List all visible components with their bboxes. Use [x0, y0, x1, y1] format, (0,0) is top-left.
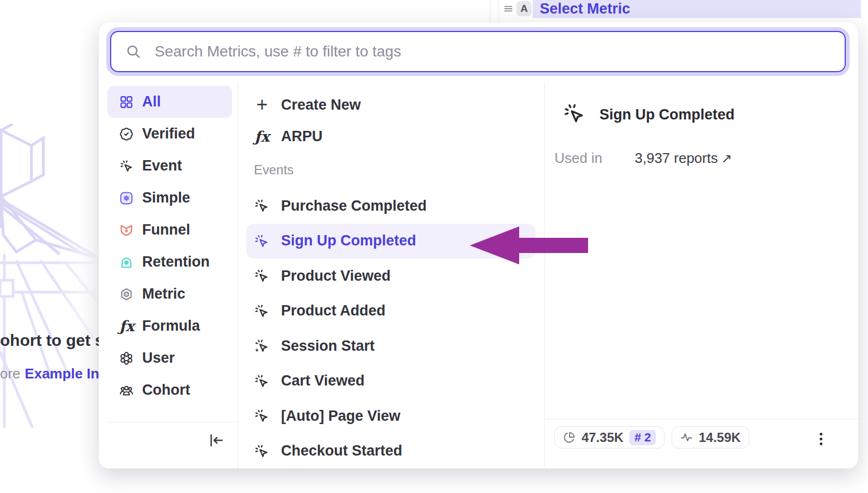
background-headline-fragment: ohort to get s [0, 331, 99, 354]
metric-stats-row: 47.35K # 2 14.59K [554, 426, 749, 448]
sidebar-item-label: Retention [142, 254, 210, 270]
used-in-label: Used in [554, 150, 602, 167]
sidebar-item-label: Verified [142, 125, 195, 142]
sidebar-item-label: Metric [142, 286, 186, 302]
total-count-stat-pill[interactable]: 47.35K # 2 [554, 426, 665, 448]
background-panel-divider [499, 0, 499, 22]
metric-picker-dialog: All Verified Event Simple Funnel Retenti… [99, 22, 858, 469]
example-insights-link[interactable]: Example Ins [25, 365, 100, 382]
metric-label: Product Viewed [281, 268, 391, 285]
events-section-heading: Events [238, 162, 544, 178]
event-cursor-star-icon [254, 338, 269, 353]
metric-label: Session Start [281, 338, 375, 355]
metric-list-item-arpu[interactable]: ƒx ARPU [238, 121, 544, 152]
collapse-left-icon [208, 432, 224, 448]
event-cursor-icon [254, 268, 269, 283]
event-cursor-icon [254, 408, 269, 424]
sidebar-item-all[interactable]: All [107, 86, 232, 118]
kebab-dot [820, 443, 822, 445]
select-metric-label[interactable]: Select Metric [540, 0, 630, 18]
formula-fx-icon: ƒx [119, 318, 133, 334]
event-cursor-icon [254, 374, 269, 389]
activity-icon [680, 431, 693, 444]
collapse-sidebar-button[interactable] [205, 429, 227, 451]
sidebar-item-verified[interactable]: Verified [107, 118, 232, 150]
background-subline: oreExample Ins [0, 365, 100, 385]
metric-label: Purchase Completed [281, 198, 427, 214]
stat-value: 14.59K [699, 430, 741, 445]
sidebar-item-metric[interactable]: Metric [107, 278, 232, 310]
verified-badge-icon [119, 127, 133, 141]
kebab-dot [820, 433, 822, 435]
formula-fx-icon: ƒx [254, 128, 270, 145]
metric-label: ARPU [281, 128, 323, 145]
sidebar-item-label: User [142, 350, 175, 366]
metric-detail-title: Sign Up Completed [599, 106, 735, 123]
funnel-icon [119, 223, 133, 237]
sidebar-item-user[interactable]: User [107, 342, 232, 374]
sidebar-item-formula[interactable]: ƒx Formula [107, 310, 232, 342]
metric-label: [Auto] Page View [281, 408, 400, 425]
drag-handle-icon[interactable] [502, 3, 514, 15]
metric-label: Sign Up Completed [281, 232, 416, 249]
event-cursor-icon [119, 159, 133, 173]
metric-list-item-auto-page-view[interactable]: [Auto] Page View [246, 399, 535, 434]
used-in-reports-link[interactable]: 3,937 reports↗ [635, 150, 732, 167]
pie-chart-icon [563, 431, 576, 444]
event-cursor-icon [254, 304, 269, 319]
create-new-label: Create New [281, 97, 361, 113]
retention-icon [119, 255, 133, 269]
sidebar-item-simple[interactable]: Simple [107, 182, 232, 214]
metric-list: + Create New ƒx ARPU Events Purchase Com… [238, 83, 544, 469]
detail-footer-divider [544, 419, 858, 419]
stat-value: 47.35K [582, 430, 623, 445]
search-input[interactable] [154, 42, 834, 61]
background-subline-text: ore [0, 365, 21, 382]
metric-label: Checkout Started [281, 443, 403, 459]
sidebar-item-label: Event [142, 157, 182, 174]
plus-icon: + [254, 95, 270, 115]
activity-stat-pill[interactable]: 14.59K [672, 426, 749, 448]
metric-list-item-product-viewed[interactable]: Product Viewed [246, 258, 535, 294]
metric-list-item-session-start[interactable]: Session Start [246, 328, 535, 364]
sidebar-item-label: Formula [142, 318, 200, 334]
metric-detail-panel: Sign Up Completed Used in 3,937 reports↗… [544, 83, 858, 469]
metric-list-item-product-added[interactable]: Product Added [246, 294, 535, 329]
simple-icon [119, 191, 133, 205]
metric-hexagon-icon [119, 287, 133, 301]
event-cursor-icon [563, 102, 585, 125]
sidebar-item-funnel[interactable]: Funnel [107, 214, 232, 246]
event-cursor-icon [254, 233, 269, 249]
metric-label: Cart Viewed [281, 372, 365, 389]
sidebar-item-label: Funnel [142, 222, 190, 238]
sidebar-item-label: Cohort [142, 382, 190, 399]
metric-list-item-purchase-completed[interactable]: Purchase Completed [246, 188, 535, 224]
stat-rank-chip: # 2 [629, 430, 656, 445]
metric-list-item-checkout-started[interactable]: Checkout Started [246, 434, 535, 469]
search-icon [125, 43, 142, 60]
background-panel-divider [490, 0, 490, 22]
north-east-arrow-icon: ↗ [721, 151, 732, 166]
used-in-reports-count: 3,937 reports [635, 150, 718, 166]
kebab-dot [820, 438, 822, 440]
grid-icon [119, 95, 133, 109]
sidebar-item-event[interactable]: Event [107, 150, 232, 182]
more-options-button[interactable] [811, 428, 831, 449]
metric-label: Product Added [281, 302, 386, 319]
cohort-people-icon [119, 383, 133, 397]
user-cluster-icon [119, 351, 133, 365]
metric-list-item-cart-viewed[interactable]: Cart Viewed [246, 364, 535, 399]
metric-list-item-sign-up-completed[interactable]: Sign Up Completed [246, 224, 535, 259]
event-cursor-icon [254, 444, 269, 459]
metric-type-sidebar: All Verified Event Simple Funnel Retenti… [107, 86, 232, 406]
create-new-button[interactable]: + Create New [238, 89, 544, 121]
sidebar-item-label: All [142, 93, 161, 110]
sidebar-footer-divider [107, 422, 238, 422]
search-bar[interactable] [110, 31, 846, 72]
sidebar-item-cohort[interactable]: Cohort [107, 374, 232, 406]
screen: A Select Metric [0, 0, 868, 493]
sidebar-item-label: Simple [142, 189, 190, 206]
sidebar-item-retention[interactable]: Retention [107, 246, 232, 278]
metric-letter-badge: A [516, 1, 532, 16]
search-focus-ring [106, 27, 850, 76]
